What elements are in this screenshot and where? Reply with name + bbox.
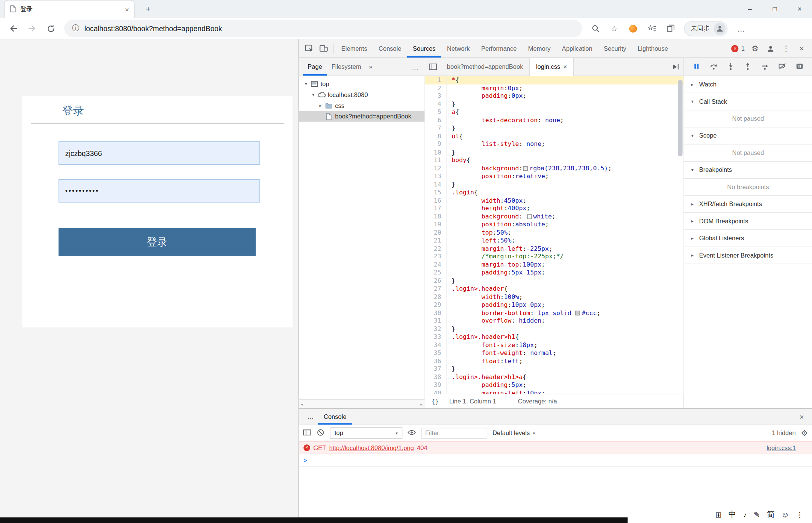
address-bar[interactable]: ⓘ localhost:8080/book?method=appendBook	[64, 20, 582, 37]
code-line[interactable]: 31 overflow: hidden;	[425, 317, 683, 325]
tab-overflow-icon[interactable]: »	[366, 63, 376, 70]
debugger-sidebar-toggle-icon[interactable]	[668, 58, 683, 76]
tab-close-icon[interactable]: ×	[564, 63, 567, 70]
browser-tab[interactable]: 登录 ×	[4, 0, 135, 18]
ime-icon-5[interactable]: ☺	[781, 510, 789, 519]
devtools-tab-memory[interactable]: Memory	[523, 39, 556, 58]
drawer-close-icon[interactable]: ×	[795, 412, 808, 421]
code-line[interactable]: 12 background:rgba(238,238,238,0.5);	[425, 164, 683, 172]
tree-item-css[interactable]: ▸css	[299, 100, 425, 111]
twisty-icon[interactable]: ▾	[310, 92, 317, 97]
section-xhr-fetch-breakpoints[interactable]: ▸XHR/fetch Breakpoints	[684, 196, 812, 213]
devtools-tab-console[interactable]: Console	[373, 39, 407, 58]
eye-icon[interactable]	[408, 429, 416, 437]
devtools-tab-sources[interactable]: Sources	[407, 39, 441, 58]
section-scope[interactable]: ▾Scope	[684, 127, 812, 144]
login-button[interactable]: 登录	[59, 228, 256, 256]
navigator-tab-filesystem[interactable]: Filesystem	[327, 58, 366, 76]
color-swatch[interactable]	[523, 166, 528, 171]
code-line[interactable]: 19 position:absolute;	[425, 221, 683, 229]
window-minimize-button[interactable]: –	[738, 0, 762, 18]
section-call-stack[interactable]: ▾Call Stack	[684, 93, 812, 110]
error-url-link[interactable]: http://localhost:8080/img/1.png	[329, 444, 414, 451]
console-sidebar-icon[interactable]	[303, 429, 311, 437]
pause-button[interactable]	[692, 62, 701, 71]
code-line[interactable]: 25 padding:5px 15px;	[425, 269, 683, 277]
inspect-element-icon[interactable]	[302, 39, 317, 58]
code-line[interactable]: 7}	[425, 124, 683, 132]
browser-menu-icon[interactable]: …	[733, 20, 749, 37]
code-line[interactable]: 11body{	[425, 156, 683, 164]
code-line[interactable]: 29 padding:10px 0px;	[425, 301, 683, 309]
code-line[interactable]: 33.login>.header>h1{	[425, 333, 683, 341]
scroll-right-icon[interactable]: ▸	[421, 402, 423, 406]
ime-icon-4[interactable]: 简	[767, 510, 775, 520]
ime-icon-1[interactable]: 中	[729, 510, 736, 520]
console-prompt-row[interactable]: >	[299, 454, 812, 467]
favorites-bar-icon[interactable]	[644, 20, 660, 37]
deactivate-breakpoints-button[interactable]	[778, 62, 786, 71]
code-line[interactable]: 16 width:450px;	[425, 197, 683, 205]
twisty-icon[interactable]: ▸	[317, 103, 324, 108]
twisty-icon[interactable]: ▾	[303, 81, 309, 86]
new-tab-button[interactable]: +	[142, 3, 154, 15]
code-line[interactable]: 15.login{	[425, 188, 683, 196]
code-line[interactable]: 34 font-size:18px;	[425, 341, 683, 349]
scrollbar-thumb[interactable]	[678, 80, 682, 156]
code-line[interactable]: 35 font-weight: normal;	[425, 349, 683, 357]
back-button[interactable]	[5, 20, 22, 37]
color-swatch[interactable]	[527, 214, 532, 219]
devtools-tab-network[interactable]: Network	[441, 39, 476, 58]
tree-item-localhost-8080[interactable]: ▾localhost:8080	[299, 89, 425, 100]
code-line[interactable]: 9 list-style: none;	[425, 140, 683, 148]
code-line[interactable]: 20 top:50%;	[425, 229, 683, 236]
ime-icon-6[interactable]: ⋮	[796, 510, 804, 519]
section-dom-breakpoints[interactable]: ▸DOM Breakpoints	[684, 213, 812, 230]
code-line[interactable]: 8ul{	[425, 132, 683, 140]
code-line[interactable]: 26}	[425, 277, 683, 285]
password-input[interactable]	[59, 179, 260, 203]
tree-item-top[interactable]: ▾top	[299, 78, 425, 89]
code-line[interactable]: 22 margin-left:-225px;	[425, 245, 683, 253]
ime-icon-2[interactable]: ♪	[743, 510, 747, 519]
code-line[interactable]: 2 margin:0px;	[425, 84, 683, 92]
context-selector[interactable]: top ▾	[330, 427, 402, 438]
code-line[interactable]: 14}	[425, 180, 683, 188]
section-watch[interactable]: ▸Watch	[684, 76, 812, 93]
section-breakpoints[interactable]: ▾Breakpoints	[684, 162, 812, 179]
code-line[interactable]: 23 /*margin-top:-225px;*/	[425, 253, 683, 261]
code-line[interactable]: 4}	[425, 100, 683, 108]
search-icon[interactable]	[587, 20, 604, 37]
site-info-icon[interactable]: ⓘ	[72, 24, 79, 33]
code-line[interactable]: 30 border-bottom: 1px solid #ccc;	[425, 309, 683, 317]
vertical-scrollbar[interactable]	[677, 76, 683, 393]
code-line[interactable]: 32}	[425, 325, 683, 333]
code-line[interactable]: 39 padding:5px;	[425, 381, 683, 389]
console-settings-gear-icon[interactable]: ⚙	[801, 428, 808, 438]
drawer-menu-icon[interactable]: …	[303, 413, 318, 421]
color-swatch[interactable]	[576, 311, 580, 315]
code-line[interactable]: 17 height:400px;	[425, 205, 683, 212]
code-line[interactable]: 36 float:left;	[425, 357, 683, 365]
code-line[interactable]: 1*{	[425, 76, 683, 84]
log-levels-dropdown[interactable]: Default levels ▾	[492, 429, 535, 437]
step-into-button[interactable]	[727, 62, 735, 71]
code-line[interactable]: 21 left:50%;	[425, 237, 683, 245]
code-line[interactable]: 40 margin-left:10px;	[425, 389, 683, 394]
step-out-button[interactable]	[744, 62, 752, 71]
code-line[interactable]: 10}	[425, 149, 683, 156]
section-global-listeners[interactable]: ▸Global Listeners	[684, 230, 812, 247]
feedback-icon[interactable]	[764, 45, 778, 52]
devtools-close-icon[interactable]: ×	[794, 44, 809, 53]
code-line[interactable]: 18 background: white;	[425, 212, 683, 220]
console-prompt[interactable]: >	[303, 456, 307, 464]
extension-icon[interactable]	[629, 24, 637, 32]
devtools-tab-elements[interactable]: Elements	[336, 39, 373, 58]
window-close-button[interactable]: ×	[787, 0, 812, 18]
format-code-button[interactable]: {}	[432, 397, 439, 405]
editor-tab-book-method-appendbook[interactable]: book?method=appendBook	[441, 58, 530, 76]
error-source-link[interactable]: login.css:1	[767, 444, 796, 451]
profile-button[interactable]: 未同步	[684, 21, 728, 36]
code-line[interactable]: 5a{	[425, 108, 683, 116]
settings-gear-icon[interactable]: ⚙	[748, 44, 762, 53]
